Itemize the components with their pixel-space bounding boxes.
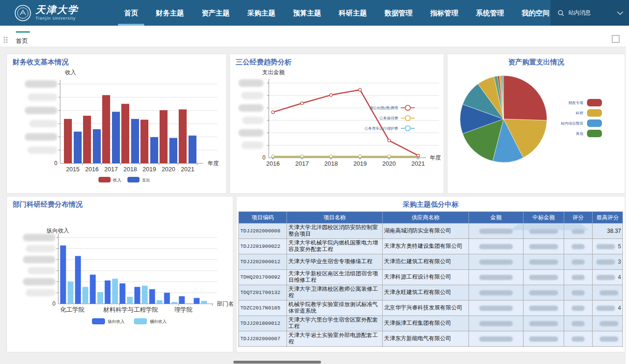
svg-text:支出金额: 支出金额 xyxy=(262,69,285,76)
svg-text:收入: 收入 xyxy=(65,69,76,76)
cell-score-redacted xyxy=(564,254,593,270)
grid-icon[interactable] xyxy=(4,37,8,42)
cell-amount-redacted xyxy=(469,331,524,347)
cell-amount-redacted xyxy=(469,316,524,331)
col-header-project-code[interactable]: 项目编码 xyxy=(239,212,287,224)
panel-dept-research-funding: 部门科研经费分布情况 化工学院材料科学与工程学院理学院纵向收入0部门名纵向收入横… xyxy=(7,196,233,352)
site-message-label[interactable]: 站内消息 xyxy=(568,9,591,17)
university-emblem-icon xyxy=(14,4,32,22)
three-public-line-chart[interactable]: 201620172018201920202021支出金额0年度因公出国(境)费用… xyxy=(230,67,444,192)
svg-text:2018: 2018 xyxy=(124,166,137,173)
cell-supplier: 北京华宇兴睿科技发展有限公司 xyxy=(383,301,469,316)
table-row[interactable]: TDJJ202000007 天津大学岩土实验室外部电源配套工程 天津东方新能电气… xyxy=(239,331,623,347)
cell-project-code: TDJJ202000012 xyxy=(239,254,287,270)
nav-item-procurement[interactable]: 采购主题 xyxy=(238,0,284,26)
col-header-project-name[interactable]: 项目名称 xyxy=(287,212,383,224)
table-row[interactable]: TDQT201700132 天津大学卫津路校区教师公寓装修工程 天津永旺建筑工程… xyxy=(239,285,623,301)
table-row[interactable]: TDHQ201700092 天津大学新校区南区生活组团宿舍项目维修工程 天津科源… xyxy=(239,270,623,285)
cell-project-name: 天津大学北洋园校区消防安防控制室整合项目 xyxy=(287,224,383,239)
panel-title-three-public: 三公经费趋势分析 xyxy=(230,54,444,67)
cell-max-score: 38.37 xyxy=(593,224,623,239)
panel-asset-purchase: 资产购置支出情况 财政专项科研校内综合预算其他 xyxy=(447,54,625,194)
cell-max-score-clipped: 4 xyxy=(593,270,623,285)
nav-item-data-mgmt[interactable]: 数据管理 xyxy=(376,0,421,26)
table-row[interactable]: TDJJ202000008 天津大学北洋园校区消防安防控制室整合项目 湖南高城消… xyxy=(239,224,623,239)
col-header-score[interactable]: 评分 xyxy=(564,212,593,224)
svg-text:科研: 科研 xyxy=(575,111,583,115)
panel-three-public-trend: 三公经费趋势分析 201620172018201920202021支出金额0年度… xyxy=(230,54,444,194)
cell-project-name: 天津大学六里台学生宿舍区室外配套工程 xyxy=(287,316,383,331)
svg-text:年度: 年度 xyxy=(208,160,219,167)
panel-title-asset: 资产购置支出情况 xyxy=(447,54,625,67)
cell-supplier: 天津东方奥特建设集团有限公司 xyxy=(383,239,469,254)
col-header-max-score[interactable]: 最高评分 xyxy=(593,212,623,224)
cell-max-score-clipped: 3 xyxy=(593,254,623,270)
tab-home[interactable]: 首页 xyxy=(16,31,30,45)
cell-supplier: 天津振津工程集团有限公司 xyxy=(383,316,469,331)
nav-item-home[interactable]: 首页 xyxy=(115,0,147,26)
nav-item-budget[interactable]: 预算主题 xyxy=(284,0,330,26)
svg-text:2017: 2017 xyxy=(295,160,309,167)
select-checkbox[interactable] xyxy=(612,35,620,43)
table-header-row: 项目编码 项目名称 供应商名称 金额 中标金额 评分 最高评分 xyxy=(239,212,623,224)
table-row[interactable]: TDJJ201800012 天津大学六里台学生宿舍区室外配套工程 天津振津工程集… xyxy=(239,316,623,331)
top-navbar: 天津大学 Tianjin University 首页 财务主题 资产主题 采购主… xyxy=(0,0,629,26)
cell-award-redacted xyxy=(524,270,564,285)
nav-item-research[interactable]: 科研主题 xyxy=(330,0,376,26)
cell-score-redacted xyxy=(564,285,593,301)
vertical-scrollbar-track[interactable] xyxy=(626,26,629,364)
nav-item-finance[interactable]: 财务主题 xyxy=(147,0,193,26)
svg-text:2019: 2019 xyxy=(143,166,156,173)
cell-supplier: 湖南高城消防实业有限公司 xyxy=(383,224,469,239)
svg-text:纵向收入: 纵向收入 xyxy=(108,319,125,324)
asset-pie-chart[interactable]: 财政专项科研校内综合预算其他 xyxy=(447,67,625,192)
svg-text:2017: 2017 xyxy=(105,166,118,173)
nav-item-assets[interactable]: 资产主题 xyxy=(193,0,238,26)
svg-text:校内综合预算: 校内综合预算 xyxy=(560,121,583,126)
cell-supplier: 天津科源工程设计有限公司 xyxy=(383,270,469,285)
col-header-amount[interactable]: 金额 xyxy=(469,212,524,224)
cell-project-code: TDJJ201800012 xyxy=(239,316,287,331)
nav-item-indicator-mgmt[interactable]: 指标管理 xyxy=(421,0,467,26)
procurement-table[interactable]: 项目编码 项目名称 供应商名称 金额 中标金额 评分 最高评分 TDJJ2020… xyxy=(238,211,623,347)
svg-text:2019: 2019 xyxy=(353,160,367,167)
tab-strip: 首页 xyxy=(0,26,629,47)
dept-research-bar-chart[interactable]: 化工学院材料科学与工程学院理学院纵向收入0部门名纵向收入横向收入 xyxy=(7,209,233,351)
panel-finance-overview: 财务收支基本情况 2015201620172018201920202021收入0… xyxy=(7,54,227,194)
cell-score-redacted xyxy=(564,301,593,316)
svg-text:年度: 年度 xyxy=(430,154,441,161)
tab-home-label[interactable]: 首页 xyxy=(16,37,28,44)
cell-max-score-clipped xyxy=(593,285,623,301)
cell-project-code: TDHQ201700092 xyxy=(239,270,287,285)
cell-score-redacted xyxy=(564,239,593,254)
svg-text:纵向收入: 纵向收入 xyxy=(47,227,69,234)
cell-project-code: TDJJ202000008 xyxy=(239,224,287,239)
table-row[interactable]: TDZC2017N0185 机械学院教学实验室排放测试标准气体管道系统 北京华宇… xyxy=(239,301,623,316)
svg-text:2021: 2021 xyxy=(412,160,425,167)
cell-supplier: 天津东方新能电气有限公司 xyxy=(383,331,469,347)
table-row[interactable]: TDJJ201900022 天津大学机械学院内燃机国重电力增容及室外配套工程 天… xyxy=(239,239,623,254)
chevron-down-icon[interactable] xyxy=(617,11,623,15)
cell-project-code: TDJJ201900022 xyxy=(239,239,287,254)
col-header-award-amount[interactable]: 中标金额 xyxy=(524,212,564,224)
nav-item-system-mgmt[interactable]: 系统管理 xyxy=(467,0,513,26)
svg-text:2016: 2016 xyxy=(266,160,280,167)
horizontal-scrollbar-thumb[interactable] xyxy=(233,361,321,364)
cell-score-redacted xyxy=(564,316,593,331)
cell-project-name: 天津大学岩土实验室外部电源配套工程 xyxy=(287,331,383,347)
search-icon[interactable] xyxy=(557,9,565,17)
svg-text:支出: 支出 xyxy=(142,178,150,182)
logo-title: 天津大学 xyxy=(35,5,78,15)
table-row[interactable]: TDJJ202000012 天津大学毕业生宿舍专项修缮工程 天津浩仁建筑工程有限… xyxy=(239,254,623,270)
cell-award-redacted xyxy=(524,239,564,254)
cell-amount-redacted xyxy=(469,254,524,270)
procurement-table-wrap: 项目编码 项目名称 供应商名称 金额 中标金额 评分 最高评分 TDJJ2020… xyxy=(238,211,624,347)
cell-award-redacted xyxy=(524,301,564,316)
site-message-search[interactable]: 站内消息 xyxy=(551,0,629,26)
svg-text:0: 0 xyxy=(54,160,57,167)
cell-score-redacted xyxy=(564,270,593,285)
col-header-supplier[interactable]: 供应商名称 xyxy=(383,212,469,224)
finance-bar-chart[interactable]: 2015201620172018201920202021收入0年度收入支出 xyxy=(7,67,226,192)
svg-text:2020: 2020 xyxy=(162,166,175,173)
panel-title-dept-research: 部门科研经费分布情况 xyxy=(7,196,233,209)
